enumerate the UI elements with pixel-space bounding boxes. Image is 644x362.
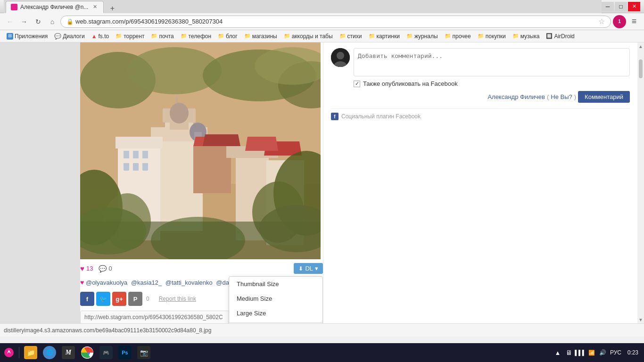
bookmark-muzyka[interactable]: 📁 музыка — [510, 32, 543, 41]
bookmark-tabs[interactable]: 📁 аккорды и табы — [281, 32, 336, 41]
status-bar: distilleryimage4.s3.amazonaws.com/be69a4… — [0, 323, 644, 337]
forward-button[interactable]: → — [18, 16, 30, 28]
fb-plugin-label: Социальный плагин Facebook — [341, 113, 421, 120]
svg-point-42 — [337, 52, 344, 59]
bookmark-prochee[interactable]: 📁 прочее — [442, 32, 474, 41]
thumbnail-size-option[interactable]: Thumbnail Size — [229, 277, 322, 291]
systray-network[interactable]: 🖥 — [565, 348, 573, 357]
taskbar-start[interactable] — [2, 346, 16, 360]
large-size-option[interactable]: Large Size — [229, 306, 322, 321]
svg-rect-40 — [80, 42, 321, 259]
window-controls: ─ □ ✕ — [602, 2, 640, 11]
systray-lang[interactable]: РУС — [610, 349, 621, 356]
reload-button[interactable]: ↻ — [32, 16, 44, 28]
not-you-link[interactable]: Не Вы? — [551, 93, 572, 100]
bookmark-dialogi[interactable]: 💬 Диалоги — [51, 32, 87, 41]
bookmark-pochta[interactable]: 📁 почта — [148, 32, 176, 41]
bookmark-airdroid[interactable]: 🔲 AirDroid — [543, 32, 577, 41]
user-avatar — [331, 48, 350, 67]
scroll-thumb[interactable] — [639, 59, 643, 78]
taskbar-browser[interactable]: 🌐 — [41, 344, 58, 361]
left-margin — [0, 42, 80, 323]
bookmark-zhurnaly[interactable]: 📁 журналы — [404, 32, 441, 41]
bookmark-kartinki[interactable]: 📁 картинки — [366, 32, 403, 41]
bookmark-pokupki[interactable]: 📁 покупки — [475, 32, 509, 41]
bookmark-magaziny[interactable]: 📁 магазины — [241, 32, 280, 41]
dl-button-container: ⬇ DL ▾ Thumbnail Size Medium Size Large … — [294, 263, 323, 274]
download-icon: ⬇ — [298, 265, 303, 272]
taskbar-file-manager[interactable]: 📁 — [22, 344, 39, 361]
fb-publish-row: ✓ Также опубликовать на Facebook — [331, 76, 630, 89]
comment-count: 💬 0 — [99, 265, 112, 272]
comment-textarea[interactable] — [354, 48, 630, 76]
taskbar-divider-1 — [19, 347, 19, 358]
new-tab-button[interactable]: + — [106, 4, 119, 13]
report-link[interactable]: Report this link — [159, 296, 196, 302]
systray-signal[interactable]: 📶 — [587, 348, 596, 357]
maximize-button[interactable]: □ — [615, 2, 627, 11]
title-bar: Александр Филичев @n... ✕ + ─ □ ✕ — [0, 0, 644, 13]
tab-close-button[interactable]: ✕ — [91, 3, 99, 11]
bookmark-applications[interactable]: ⊞ Приложения — [4, 32, 50, 41]
taskbar-camera[interactable]: 📷 — [135, 344, 152, 361]
post-meta: ♥ 13 💬 0 ⬇ DL ▾ — [80, 259, 323, 276]
fb-logo-icon: f — [331, 113, 339, 120]
taskbar-mail[interactable]: M — [60, 344, 77, 361]
taskbar-clock: 0:23 — [624, 349, 638, 356]
taskbar-photoshop[interactable]: Ps — [116, 344, 133, 361]
post-area: ♥ 13 💬 0 ⬇ DL ▾ — [80, 42, 323, 323]
system-tray: ▲ 🖥 ▌▌▌ 📶 🔊 РУС 0:23 — [550, 348, 642, 357]
home-button[interactable]: ⌂ — [46, 16, 58, 28]
tab-label: Александр Филичев @n... — [20, 4, 88, 10]
heart-icon: ♥ — [80, 264, 84, 272]
user-name-row: Александр Филичев ( Не Вы? ) Комментарий — [331, 89, 630, 105]
bookmark-stihi[interactable]: 📁 стихи — [337, 32, 365, 41]
extension-button[interactable]: 1 — [613, 15, 626, 28]
page-scrollbar[interactable]: ▲ ▼ — [637, 42, 644, 323]
page-content: ♥ 13 💬 0 ⬇ DL ▾ — [80, 42, 644, 323]
user-name[interactable]: Александр Филичев — [487, 93, 545, 100]
dl-download-button[interactable]: ⬇ DL ▾ — [294, 263, 323, 274]
tags-heart-icon: ♥ — [80, 279, 84, 286]
bookmark-torrent[interactable]: 📁 торрент — [113, 32, 147, 41]
twitter-share-button[interactable]: 🐦 — [96, 292, 110, 306]
fb-publish-label: Также опубликовать на Facebook — [363, 80, 458, 87]
medium-size-option[interactable]: Medium Size — [229, 291, 322, 306]
comment-panel: ✓ Также опубликовать на Facebook Алексан… — [323, 42, 637, 323]
city-photo — [80, 42, 321, 259]
pixiv-share-button[interactable]: P — [128, 292, 142, 306]
share-count: 0 — [146, 296, 149, 302]
googleplus-share-button[interactable]: g+ — [112, 292, 126, 306]
fb-publish-checkbox[interactable]: ✓ — [354, 81, 360, 87]
systray-arrow[interactable]: ▲ — [553, 348, 562, 357]
tag-kasia12[interactable]: @kasia12_ — [131, 279, 162, 286]
active-tab[interactable]: Александр Филичев @n... ✕ — [6, 1, 104, 13]
taskbar-steam[interactable]: 🎮 — [98, 344, 115, 361]
bookmark-blog[interactable]: 📁 блог — [215, 32, 240, 41]
photo-container — [80, 42, 321, 259]
scroll-down-button[interactable]: ▼ — [637, 316, 644, 323]
bookmark-star[interactable]: ☆ — [598, 17, 605, 26]
close-button[interactable]: ✕ — [628, 2, 640, 11]
facebook-share-button[interactable]: f — [80, 292, 94, 306]
menu-button[interactable]: ≡ — [628, 16, 640, 28]
address-bar[interactable]: 🔒 web.stagram.com/p/69543061992636380_58… — [60, 16, 611, 28]
systray-volume[interactable]: 🔊 — [599, 348, 607, 357]
minimize-button[interactable]: ─ — [602, 2, 614, 11]
scroll-up-button[interactable]: ▲ — [637, 42, 644, 50]
navigation-bar: ← → ↻ ⌂ 🔒 web.stagram.com/p/695430619926… — [0, 13, 644, 30]
taskbar-chrome[interactable] — [79, 344, 96, 361]
comment-submit-button[interactable]: Комментарий — [578, 91, 630, 103]
bookmark-fsto[interactable]: ▲ fs.to — [89, 32, 112, 41]
bookmark-telefon[interactable]: 📁 телефон — [178, 32, 215, 41]
dl-dropdown-menu: Thumbnail Size Medium Size Large Size Vi… — [229, 276, 323, 323]
tag-tatti-kovalenko[interactable]: @tatti_kovalenko — [165, 279, 213, 286]
back-button[interactable]: ← — [4, 16, 16, 28]
comment-icon: 💬 — [99, 265, 107, 272]
tag-olyavakuolya[interactable]: @olyavakuolya — [86, 279, 127, 286]
svg-point-44 — [4, 348, 14, 357]
systray-wifi[interactable]: ▌▌▌ — [576, 348, 585, 357]
like-count: ♥ 13 — [80, 264, 93, 272]
taskbar: 📁 🌐 M 🎮 Ps 📷 ▲ 🖥 ▌▌▌ 📶 🔊 РУС 0:23 — [0, 343, 644, 362]
address-text: web.stagram.com/p/69543061992636380_5802… — [75, 18, 596, 25]
